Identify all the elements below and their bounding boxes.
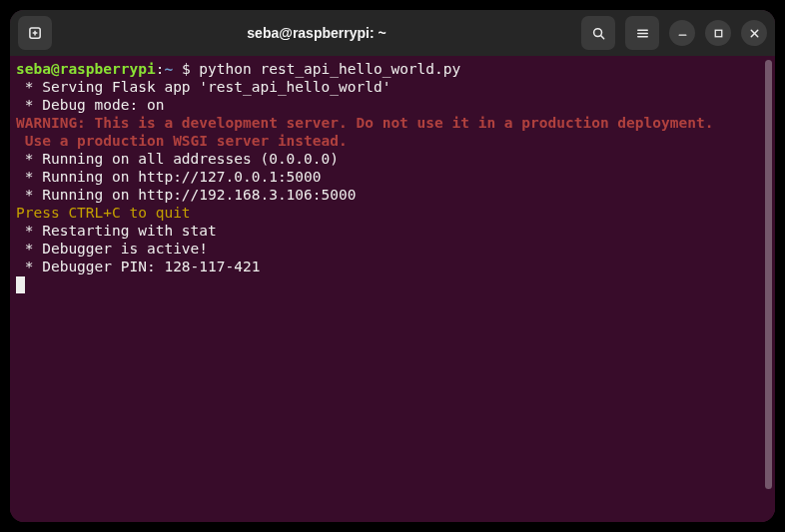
output-line: * Running on all addresses (0.0.0.0): [16, 151, 339, 167]
output-line-warning: WARNING: This is a development server. D…: [16, 115, 713, 131]
minimize-button[interactable]: [669, 20, 695, 46]
hamburger-icon: [635, 26, 650, 41]
svg-rect-9: [715, 30, 722, 37]
svg-line-4: [600, 35, 603, 38]
search-button[interactable]: [581, 16, 615, 50]
prompt-sep2: $: [173, 61, 199, 77]
prompt-user-host: seba@raspberrypi: [16, 61, 156, 77]
new-tab-button[interactable]: [18, 16, 52, 50]
window-title: seba@raspberrypi: ~: [60, 25, 573, 41]
scrollbar-thumb[interactable]: [765, 60, 772, 489]
titlebar-right: [581, 16, 767, 50]
output-line: * Running on http://192.168.3.106:5000: [16, 187, 356, 203]
terminal-body: seba@raspberrypi:~ $ python rest_api_hel…: [10, 56, 775, 522]
terminal-window: seba@raspberrypi: ~: [10, 10, 775, 522]
cursor: [16, 276, 25, 293]
output-line: * Debugger is active!: [16, 241, 208, 257]
close-button[interactable]: [741, 20, 767, 46]
output-line-warning: Use a production WSGI server instead.: [16, 133, 348, 149]
scrollbar[interactable]: [763, 56, 775, 522]
maximize-button[interactable]: [705, 20, 731, 46]
menu-button[interactable]: [625, 16, 659, 50]
output-line: * Debug mode: on: [16, 97, 164, 113]
maximize-icon: [712, 27, 725, 40]
output-line: * Restarting with stat: [16, 223, 217, 239]
output-line: * Serving Flask app 'rest_api_hello_worl…: [16, 79, 391, 95]
output-line-hint: Press CTRL+C to quit: [16, 205, 191, 221]
minimize-icon: [676, 27, 689, 40]
new-tab-icon: [28, 26, 43, 41]
search-icon: [591, 26, 606, 41]
prompt-command: python rest_api_hello_world.py: [199, 61, 460, 77]
titlebar: seba@raspberrypi: ~: [10, 10, 775, 56]
output-line: * Debugger PIN: 128-117-421: [16, 259, 260, 274]
output-line: * Running on http://127.0.0.1:5000: [16, 169, 322, 185]
close-icon: [748, 27, 761, 40]
titlebar-left: [18, 16, 52, 50]
prompt-path: ~: [164, 61, 173, 77]
terminal-output[interactable]: seba@raspberrypi:~ $ python rest_api_hel…: [10, 56, 763, 522]
